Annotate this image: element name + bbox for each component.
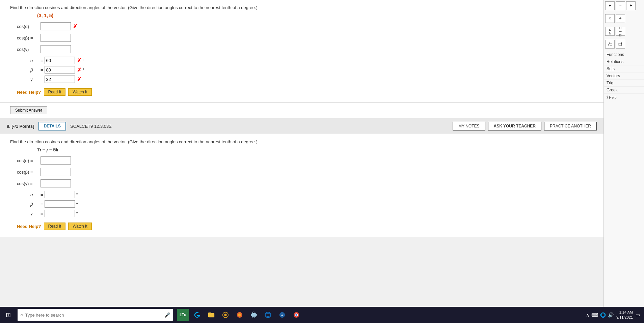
cos-beta-input[interactable]: [41, 34, 71, 42]
vector-minus2: − 5: [49, 147, 56, 152]
alpha-error-icon: ✗: [77, 57, 81, 64]
alpha-row: α = 60 ✗ °: [30, 57, 593, 64]
sidebar-functions[interactable]: Functions: [604, 51, 644, 58]
cos-alpha-label: cos(α) =: [17, 24, 41, 29]
gamma-input[interactable]: 32: [45, 76, 75, 83]
sidebar-relations[interactable]: Relations: [604, 58, 644, 65]
my-notes-button[interactable]: MY NOTES: [453, 122, 485, 130]
q8-gamma-row: γ = °: [30, 210, 593, 217]
q8-cos-beta-row: cos(β) =: [17, 168, 593, 176]
beta-label: β: [30, 67, 41, 72]
q8-gamma-degree: °: [76, 211, 78, 216]
sidebar-sets[interactable]: Sets: [604, 65, 644, 72]
watch-it-button[interactable]: Watch It: [68, 88, 92, 96]
q8-cos-alpha-input[interactable]: [41, 156, 71, 165]
cos-gamma-row: cos(γ) =: [17, 45, 593, 53]
q8-cos-gamma-row: cos(γ) =: [17, 179, 593, 187]
ask-teacher-button[interactable]: ASK YOUR TEACHER: [488, 122, 541, 130]
practice-another-button[interactable]: PRACTICE ANOTHER: [544, 122, 597, 130]
fraction-button[interactable]: □─□: [616, 27, 625, 36]
q8-cos-alpha-label: cos(α) =: [17, 158, 41, 163]
gamma-row: γ = 32 ✗ °: [30, 76, 593, 83]
q8-beta-row: β = °: [30, 200, 593, 208]
sidebar-greek[interactable]: Greek: [604, 87, 644, 94]
times-button[interactable]: ×: [605, 14, 615, 23]
q8-gamma-input[interactable]: [45, 210, 75, 217]
q8-cos-beta-input[interactable]: [41, 168, 71, 176]
cos-alpha-row: cos(α) = ✗: [17, 22, 593, 30]
minus-button[interactable]: −: [616, 1, 625, 10]
cos-alpha-input[interactable]: [41, 22, 71, 30]
cos-alpha-error-icon: ✗: [73, 23, 77, 30]
question8-code: SCALCET9 12.3.035.: [70, 124, 112, 129]
cos-beta-label: cos(β) =: [17, 35, 41, 40]
sidebar-vectors[interactable]: Vectors: [604, 72, 644, 80]
gamma-label: γ: [30, 77, 41, 82]
vector-i: i: [40, 147, 41, 152]
q8-cos-alpha-row: cos(α) =: [17, 156, 593, 165]
right-sidebar: + − ÷ × ÷ ≤≥ □─□ √□ □! Functions Relatio…: [603, 0, 644, 237]
cos-gamma-label: cos(γ) =: [17, 47, 41, 52]
q8-gamma-equals: =: [41, 211, 43, 216]
gamma-equals: =: [41, 77, 43, 82]
sidebar-help[interactable]: ℹ Help: [604, 94, 644, 101]
factorial-button[interactable]: □!: [616, 40, 625, 49]
cos-beta-row: cos(β) =: [17, 34, 593, 42]
details-button[interactable]: DETAILS: [38, 122, 66, 130]
q8-cos-gamma-input[interactable]: [41, 179, 71, 187]
beta-equals: =: [41, 67, 43, 72]
question7-instruction: Find the direction cosines and direction…: [10, 5, 593, 10]
question8-action-buttons: MY NOTES ASK YOUR TEACHER PRACTICE ANOTH…: [453, 122, 597, 130]
gamma-error-icon: ✗: [77, 76, 81, 83]
beta-row: β = 80 ✗ °: [30, 66, 593, 74]
symbol-buttons-row4: √□ □!: [604, 38, 644, 50]
symbol-buttons-row1: + − ÷: [604, 0, 644, 11]
beta-degree: °: [83, 67, 84, 72]
vector-j: j: [47, 147, 48, 152]
q8-need-help-label: Need Help?: [17, 224, 41, 229]
q8-cos-beta-label: cos(β) =: [17, 170, 41, 175]
question8-vector: 7i − j − 5k: [37, 147, 593, 152]
alpha-input[interactable]: 60: [45, 57, 75, 64]
cos-gamma-input[interactable]: [41, 45, 71, 53]
submit-answer-button[interactable]: Submit Answer: [10, 106, 47, 114]
question8-header: 8. [-/1 Points] DETAILS SCALCET9 12.3.03…: [0, 118, 603, 134]
need-help-label: Need Help?: [17, 90, 41, 95]
q8-gamma-label: γ: [30, 211, 41, 216]
vector-coeff1: 7: [37, 147, 40, 152]
q8-alpha-input[interactable]: [45, 191, 75, 198]
sidebar-trig[interactable]: Trig: [604, 80, 644, 87]
question8-body: Find the direction cosines and direction…: [0, 134, 603, 237]
beta-input[interactable]: 80: [45, 66, 75, 74]
q8-cos-gamma-label: cos(γ) =: [17, 181, 41, 186]
sqrt-button[interactable]: √□: [605, 40, 615, 49]
vector-k: k: [56, 147, 58, 152]
q8-alpha-equals: =: [41, 192, 43, 197]
q8-alpha-degree: °: [76, 192, 78, 197]
leq-button[interactable]: ≤≥: [605, 27, 615, 36]
help-label: Help: [609, 95, 617, 99]
beta-error-icon: ✗: [77, 67, 81, 73]
q8-beta-input[interactable]: [45, 200, 75, 208]
help-icon: ℹ: [607, 95, 608, 99]
q8-alpha-row: α = °: [30, 191, 593, 198]
plus-button[interactable]: +: [605, 1, 615, 10]
q8-read-it-button[interactable]: Read It: [44, 223, 66, 230]
read-it-button[interactable]: Read It: [44, 88, 66, 96]
q8-beta-equals: =: [41, 202, 43, 207]
symbol-buttons-row3: ≤≥ □─□: [604, 26, 644, 37]
q8-beta-label: β: [30, 202, 41, 207]
alpha-label: α: [30, 58, 41, 63]
q8-beta-degree: °: [76, 202, 78, 207]
vector-minus1: −: [43, 147, 47, 152]
divide2-button[interactable]: ÷: [616, 14, 625, 23]
question7-vector: (3, 1, 5): [37, 13, 593, 18]
alpha-degree: °: [83, 58, 84, 63]
q8-need-help-section: Need Help? Read It Watch It: [17, 223, 593, 230]
submit-row: Submit Answer: [0, 103, 603, 118]
q8-alpha-label: α: [30, 192, 41, 197]
divide-button[interactable]: ÷: [626, 1, 636, 10]
alpha-equals: =: [41, 58, 43, 63]
q8-watch-it-button[interactable]: Watch It: [68, 223, 92, 230]
gamma-degree: °: [83, 77, 84, 82]
